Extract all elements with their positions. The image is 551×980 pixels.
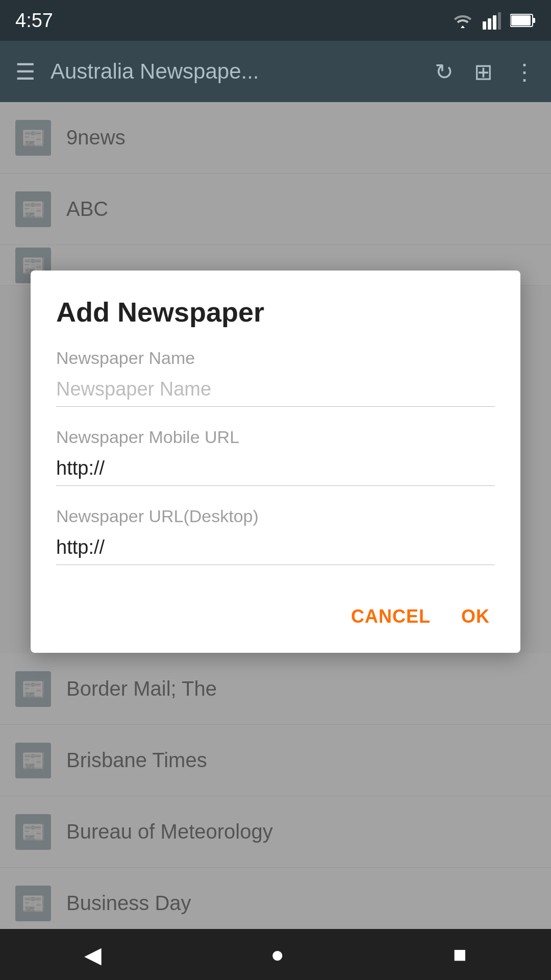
dialog-actions: CANCEL OK <box>56 601 495 632</box>
status-time: 4:57 <box>15 10 53 32</box>
mobile-url-input[interactable] <box>56 452 495 486</box>
newspaper-list: 📰 9news 📰 ABC 📰 Add Newspaper Newspaper … <box>0 102 551 929</box>
dialog-title: Add Newspaper <box>56 296 495 328</box>
svg-rect-0 <box>483 21 486 30</box>
recents-button[interactable]: ■ <box>453 942 467 967</box>
add-newspaper-dialog: Add Newspaper Newspaper Name Newspaper M… <box>31 271 520 653</box>
svg-rect-1 <box>488 18 491 30</box>
svg-rect-6 <box>533 18 535 23</box>
battery-icon <box>510 13 536 28</box>
desktop-url-label: Newspaper URL(Desktop) <box>56 506 495 526</box>
status-icons <box>452 11 536 30</box>
svg-rect-5 <box>511 15 531 26</box>
svg-rect-2 <box>493 15 496 30</box>
home-button[interactable]: ● <box>270 942 284 967</box>
desktop-url-input[interactable] <box>56 531 495 565</box>
name-field-label: Newspaper Name <box>56 348 495 368</box>
svg-rect-3 <box>498 12 501 30</box>
add-icon[interactable]: ⊞ <box>474 59 493 85</box>
ok-button[interactable]: OK <box>456 601 495 632</box>
cancel-button[interactable]: CANCEL <box>346 601 436 632</box>
more-icon[interactable]: ⋮ <box>513 59 536 85</box>
bottom-navigation: ◀ ● ■ <box>0 929 551 980</box>
menu-icon[interactable]: ☰ <box>15 59 35 85</box>
status-bar: 4:57 <box>0 0 551 41</box>
signal-icon <box>483 11 501 30</box>
wifi-icon <box>452 11 473 30</box>
refresh-icon[interactable]: ↻ <box>435 59 454 85</box>
newspaper-name-input[interactable] <box>56 373 495 407</box>
back-button[interactable]: ◀ <box>84 942 102 968</box>
toolbar: ☰ Australia Newspape... ↻ ⊞ ⋮ <box>0 41 551 102</box>
mobile-url-label: Newspaper Mobile URL <box>56 427 495 447</box>
toolbar-title: Australia Newspape... <box>51 59 414 84</box>
